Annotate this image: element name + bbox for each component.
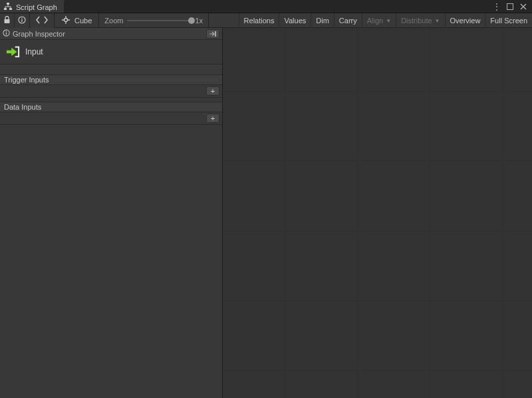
hierarchy-icon — [4, 3, 12, 12]
section-trigger-inputs: Trigger Inputs — [0, 74, 222, 85]
svg-rect-12 — [215, 31, 216, 37]
zoom-value: 1x — [195, 17, 203, 25]
carry-button[interactable]: Carry — [334, 13, 362, 28]
input-arrow-icon — [5, 45, 20, 58]
overview-button[interactable]: Overview — [445, 13, 485, 28]
info-icon — [3, 29, 10, 39]
collapse-button[interactable] — [206, 29, 219, 39]
align-button[interactable]: Align▼ — [362, 13, 396, 28]
chevron-down-icon: ▼ — [386, 18, 391, 24]
zoom-slider[interactable] — [127, 20, 191, 21]
distribute-button[interactable]: Distribute▼ — [396, 13, 444, 28]
svg-rect-10 — [6, 32, 7, 35]
info-icon — [18, 16, 26, 25]
target-selector[interactable]: Cube — [55, 13, 98, 28]
dim-button[interactable]: Dim — [311, 13, 334, 28]
lock-button[interactable] — [0, 13, 15, 28]
window-close-icon[interactable] — [519, 2, 528, 11]
fullscreen-button[interactable]: Full Screen — [485, 13, 532, 28]
selected-node-preview: Input — [0, 40, 222, 64]
brackets-icon — [35, 16, 49, 25]
svg-rect-7 — [21, 17, 22, 18]
graph-inspector-panel: Graph Inspector Input Trigger Inputs — [0, 28, 223, 398]
relations-button[interactable]: Relations — [239, 13, 279, 28]
svg-rect-6 — [21, 19, 22, 22]
add-data-input-button[interactable]: + — [206, 114, 219, 123]
window-menu-icon[interactable]: ⋮ — [492, 2, 501, 11]
svg-rect-2 — [9, 8, 12, 10]
section-data-inputs: Data Inputs — [0, 102, 222, 112]
zoom-label: Zoom — [104, 17, 123, 25]
graph-canvas[interactable]: Input — [223, 28, 532, 398]
svg-rect-0 — [7, 3, 9, 5]
add-trigger-input-button[interactable]: + — [206, 86, 219, 96]
tab-script-graph[interactable]: Script Graph — [0, 0, 65, 13]
code-view-button[interactable] — [30, 13, 54, 28]
selected-node-title: Input — [25, 47, 43, 56]
svg-point-8 — [65, 18, 68, 21]
zoom-slider-thumb[interactable] — [188, 17, 195, 24]
svg-rect-4 — [5, 19, 10, 23]
svg-rect-3 — [507, 3, 513, 9]
svg-rect-1 — [4, 8, 7, 10]
target-icon — [61, 15, 70, 26]
tab-label: Script Graph — [16, 3, 57, 11]
svg-rect-11 — [6, 31, 7, 31]
values-button[interactable]: Values — [279, 13, 311, 28]
chevron-down-icon: ▼ — [435, 18, 440, 24]
inspector-title: Graph Inspector — [13, 30, 203, 38]
zoom-control: Zoom 1x — [99, 17, 208, 25]
target-label: Cube — [74, 17, 92, 25]
info-button[interactable] — [15, 13, 29, 28]
lock-icon — [3, 16, 11, 25]
window-maximize-icon[interactable] — [505, 2, 515, 11]
